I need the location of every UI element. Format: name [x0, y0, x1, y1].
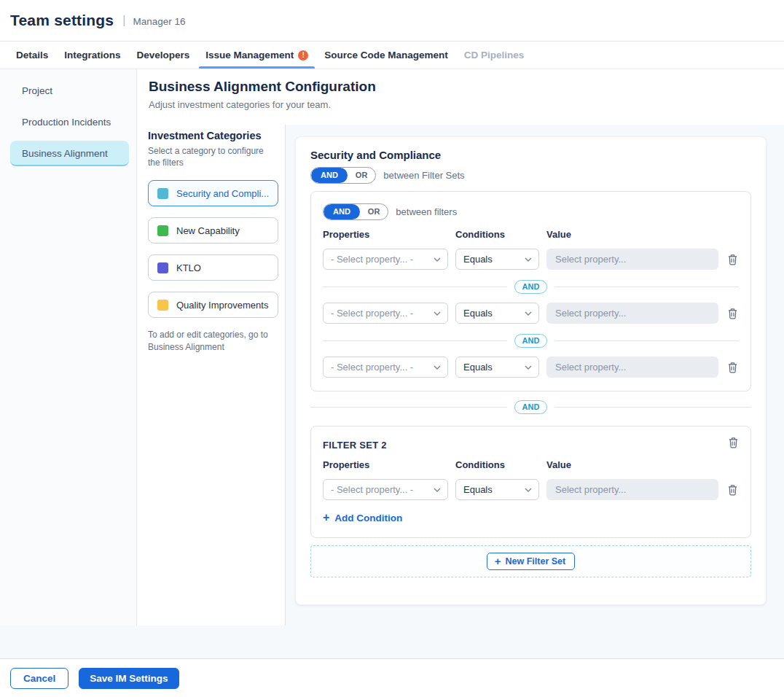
trash-icon [727, 362, 738, 373]
condition-select[interactable]: Equals [455, 303, 539, 324]
filter-row: - Select property... - Equals [323, 357, 739, 378]
tab-cd-pipelines: CD Pipelines [456, 42, 533, 69]
property-select[interactable]: - Select property... - [323, 357, 448, 378]
sidebar-item-label: Business Alignment [22, 148, 108, 159]
new-filter-set-button[interactable]: + New Filter Set [487, 553, 575, 570]
condition-select[interactable]: Equals [455, 249, 539, 270]
category-label: New Capability [176, 225, 240, 236]
and-connector: AND [323, 280, 739, 294]
tab-developers[interactable]: Developers [129, 42, 198, 69]
and-toggle-option[interactable]: AND [324, 204, 360, 219]
value-input[interactable] [546, 249, 718, 270]
value-header: Value [546, 229, 718, 240]
value-header: Value [546, 459, 718, 470]
filters-operator-row: AND OR between filters [323, 203, 739, 220]
tab-integrations[interactable]: Integrations [56, 42, 128, 69]
filter-column-headers: Properties Conditions Value [323, 459, 739, 470]
condition-select-value: Equals [463, 308, 493, 319]
save-im-settings-button[interactable]: Save IM Settings [79, 668, 179, 689]
category-quality-improvements[interactable]: Quality Improvements [148, 292, 278, 318]
cancel-button[interactable]: Cancel [10, 668, 68, 689]
chevron-down-icon [434, 365, 441, 370]
chevron-down-icon [434, 257, 441, 262]
category-new-capability[interactable]: New Capability [148, 217, 278, 244]
filter-set-1: AND OR between filters Properties Condit… [310, 191, 751, 392]
value-input[interactable] [546, 303, 718, 324]
tab-label: Details [16, 50, 48, 61]
sidebar-item-label: Production Incidents [22, 117, 111, 128]
and-toggle-option[interactable]: AND [311, 168, 348, 183]
sidebar-item-production-incidents[interactable]: Production Incidents [10, 109, 129, 135]
property-select-value: - Select property... - [331, 484, 413, 495]
filters-panel-card: Security and Compliance AND OR between F… [295, 136, 767, 605]
tab-label: Developers [137, 50, 190, 61]
plus-icon: + [323, 512, 329, 523]
tab-label: Integrations [64, 50, 120, 61]
plus-icon: + [495, 556, 501, 566]
chevron-down-icon [525, 257, 532, 262]
condition-select-value: Equals [463, 254, 493, 265]
filter-column-headers: Properties Conditions Value [323, 229, 739, 240]
category-ktlo[interactable]: KTLO [148, 254, 278, 281]
category-list: Security and Compli... New Capability KT… [148, 180, 276, 318]
and-or-toggle: AND OR [310, 167, 376, 184]
category-color-swatch [157, 262, 168, 273]
delete-filter-button[interactable] [726, 484, 739, 496]
condition-select[interactable]: Equals [455, 479, 539, 500]
sidebar-item-label: Project [22, 85, 52, 96]
chevron-down-icon [434, 311, 441, 316]
or-toggle-option[interactable]: OR [360, 205, 388, 219]
panel-title: Security and Compliance [310, 149, 751, 161]
property-select[interactable]: - Select property... - [323, 249, 448, 270]
category-label: KTLO [176, 262, 201, 273]
delete-filter-set-button[interactable] [728, 437, 739, 448]
tab-label: Source Code Management [324, 50, 448, 61]
categories-hint: Select a category to configure the filte… [148, 145, 264, 168]
filter-set-2-header: FILTER SET 2 [323, 437, 739, 451]
tab-issue-management[interactable]: Issue Management ! [197, 42, 316, 69]
category-security-and-compliance[interactable]: Security and Compli... [148, 180, 278, 206]
settings-sidebar: Project Production Incidents Business Al… [0, 69, 137, 626]
trash-icon [727, 484, 738, 496]
or-toggle-option[interactable]: OR [348, 168, 376, 182]
delete-filter-button[interactable] [726, 308, 739, 319]
footer-bar: Cancel Save IM Settings [0, 658, 784, 697]
title-separator: | [122, 14, 125, 27]
new-filter-set-zone: + New Filter Set [310, 545, 751, 577]
condition-select-value: Equals [463, 362, 493, 373]
delete-filter-button[interactable] [726, 254, 739, 265]
property-select[interactable]: - Select property... - [323, 479, 448, 500]
condition-select-value: Equals [463, 484, 493, 495]
properties-header: Properties [323, 459, 448, 470]
between-filter-sets-label: between Filter Sets [383, 170, 464, 181]
settings-tabbar: Details Integrations Developers Issue Ma… [0, 42, 784, 69]
add-condition-button[interactable]: + Add Condition [323, 512, 402, 523]
condition-select[interactable]: Equals [455, 357, 539, 378]
warning-glyph: ! [302, 52, 304, 59]
chevron-down-icon [434, 488, 441, 492]
and-connector-between-sets: AND [310, 400, 751, 414]
value-input[interactable] [546, 479, 718, 500]
properties-header: Properties [323, 229, 448, 240]
sidebar-item-project[interactable]: Project [10, 78, 129, 104]
chevron-down-icon [525, 365, 532, 370]
filter-row: - Select property... - Equals [323, 303, 739, 324]
section-header: Business Alignment Configuration Adjust … [137, 69, 784, 125]
tab-source-code-management[interactable]: Source Code Management [316, 42, 456, 69]
and-or-toggle: AND OR [323, 203, 388, 220]
sidebar-item-business-alignment[interactable]: Business Alignment [10, 141, 129, 166]
content-area: Project Production Incidents Business Al… [0, 69, 784, 658]
warning-icon: ! [298, 50, 308, 61]
value-input[interactable] [546, 357, 718, 378]
team-settings-page: Team settings | Manager 16 Details Integ… [0, 0, 784, 697]
categories-note: To add or edit categories, go to Busines… [148, 329, 269, 354]
property-select-value: - Select property... - [331, 308, 413, 319]
tab-details[interactable]: Details [8, 42, 56, 69]
category-color-swatch [157, 188, 168, 199]
and-connector-pill: AND [514, 334, 548, 348]
delete-filter-button[interactable] [726, 362, 739, 373]
conditions-header: Conditions [455, 459, 539, 470]
property-select[interactable]: - Select property... - [323, 303, 448, 324]
trash-icon [727, 308, 738, 319]
section-title: Business Alignment Configuration [149, 79, 784, 95]
